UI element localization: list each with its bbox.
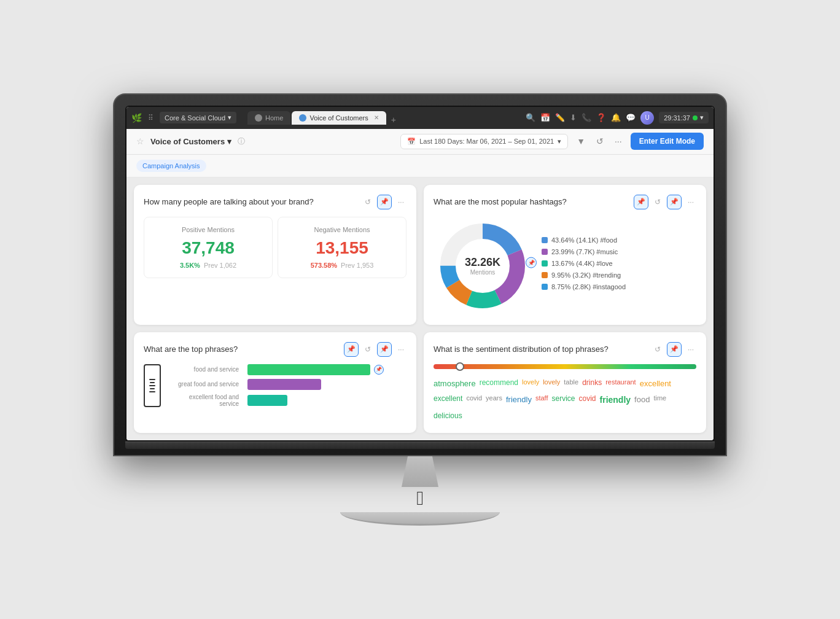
favorite-star-icon[interactable]: ☆ [136, 136, 144, 146]
widget-hashtags-actions: 📌 ↺ 📌 ··· [634, 195, 696, 209]
widget-phrases-more-button[interactable]: ··· [395, 344, 406, 355]
widget-hashtags-refresh-button[interactable]: ↺ [652, 197, 663, 208]
widget-hashtags-more-button[interactable]: ··· [685, 197, 696, 208]
edit-icon[interactable]: ✏️ [555, 113, 565, 122]
page-title-text: Voice of Customers [150, 137, 225, 146]
calendar-small-icon: 📅 [407, 138, 416, 146]
date-range-button[interactable]: 📅 Last 180 Days: Mar 06, 2021 – Sep 01, … [400, 134, 568, 149]
chat-icon[interactable]: 💬 [626, 113, 636, 122]
legend-dot-trending [542, 272, 548, 278]
bar-label-3: excellent food and service [168, 394, 239, 407]
legend-label-music: 23.99% (7.7K) #music [551, 248, 618, 255]
search-browser-icon[interactable]: 🔍 [526, 113, 535, 122]
tab-add-button[interactable]: + [387, 115, 400, 125]
sentiment-handle[interactable] [456, 362, 464, 371]
negative-value: 13,155 [288, 238, 396, 258]
app-name-label: Core & Social Cloud [165, 114, 225, 122]
widget-phrases-refresh-button[interactable]: ↺ [362, 344, 373, 355]
word-covid-1[interactable]: covid [466, 392, 482, 408]
info-icon[interactable]: ⓘ [238, 136, 245, 147]
download-icon[interactable]: ⬇ [570, 113, 577, 122]
word-excellent-1[interactable]: excellent [640, 376, 671, 391]
widget-sentiment-pin-button[interactable]: 📌 [667, 342, 682, 357]
campaign-analysis-tag[interactable]: Campaign Analysis [136, 160, 206, 172]
legend-item-instagood: 8.75% (2.8K) #instagood [542, 283, 696, 290]
filter-button[interactable]: ▼ [574, 134, 588, 149]
voc-tab-icon [299, 114, 306, 122]
tab-voc[interactable]: Voice of Customers ✕ [292, 111, 386, 125]
negative-pct: 573.58% [311, 262, 337, 269]
donut-container: 32.26K Mentions 📌 43.64% (14.1K) #food [434, 217, 696, 315]
browser-bar: 🌿 ⠿ Core & Social Cloud ▾ Home Voice of … [126, 107, 714, 129]
bar-pin-1[interactable]: 📌 [374, 365, 384, 375]
legend-dot-instagood [542, 284, 548, 290]
bar-row-3: excellent food and service [168, 394, 406, 407]
apple-logo:  [416, 487, 424, 510]
widget-pin-button[interactable]: 📌 [377, 195, 392, 209]
donut-center-label: Mentions [465, 269, 500, 276]
widget-hashtags-pin-button[interactable]: 📌 [634, 195, 648, 209]
word-delicious[interactable]: delicious [434, 410, 462, 423]
widget-hashtags-pin2-button[interactable]: 📌 [667, 195, 682, 209]
word-friendly-1[interactable]: friendly [506, 392, 532, 408]
word-lovely-2[interactable]: lovely [543, 376, 560, 391]
bar-row-2: great food and service [168, 379, 406, 390]
word-food[interactable]: food [634, 392, 650, 408]
bar-fill-2 [247, 379, 321, 390]
legend-dot-love [542, 260, 548, 267]
date-range-label: Last 180 Days: Mar 06, 2021 – Sep 01, 20… [419, 138, 554, 145]
word-restaurant[interactable]: restaurant [605, 376, 636, 391]
app-dropdown[interactable]: Core & Social Cloud ▾ [160, 112, 236, 123]
widget-hashtags: What are the most popular hashtags? 📌 ↺ … [424, 185, 706, 325]
screen: 🌿 ⠿ Core & Social Cloud ▾ Home Voice of … [125, 106, 715, 442]
word-excellent-2[interactable]: excellent [434, 392, 462, 408]
negative-mentions-card: Negative Mentions 13,155 573.58% Prev 1,… [278, 217, 406, 278]
widget-sentiment: What is the sentiment distribution of to… [424, 332, 706, 433]
donut-center-value: 32.26K [465, 256, 500, 269]
positive-value: 37,748 [154, 238, 262, 258]
legend-item-love: 13.67% (4.4K) #love [542, 260, 696, 267]
word-staff[interactable]: staff [535, 392, 548, 408]
negative-change: 573.58% Prev 1,953 [288, 262, 396, 269]
word-covid-2[interactable]: covid [579, 392, 596, 408]
word-recommend[interactable]: recommend [480, 376, 518, 391]
negative-prev: Prev 1,953 [341, 262, 373, 269]
word-lovely-1[interactable]: lovely [522, 376, 539, 391]
legend-label-love: 13.67% (4.4K) #love [551, 260, 613, 267]
page-title-chevron-icon: ▾ [227, 137, 231, 146]
widget-phrases-pin2-button[interactable]: 📌 [377, 342, 392, 357]
widget-sentiment-header: What is the sentiment distribution of to… [434, 342, 696, 357]
widget-sentiment-refresh-button[interactable]: ↺ [652, 344, 663, 355]
browser-tabs: Home Voice of Customers ✕ + [247, 111, 522, 125]
date-chevron-icon: ▾ [558, 138, 561, 146]
word-friendly-2[interactable]: friendly [600, 392, 631, 408]
donut-pin-icon: 📌 [526, 257, 537, 268]
word-drinks[interactable]: drinks [582, 376, 602, 391]
legend-item-trending: 9.95% (3.2K) #trending [542, 271, 696, 279]
widget-phrases-pin-button[interactable]: 📌 [344, 342, 359, 357]
help-icon[interactable]: ❓ [596, 113, 606, 122]
monitor-stand-neck [389, 456, 451, 487]
refresh-button[interactable]: ↺ [594, 134, 606, 149]
word-table[interactable]: table [564, 376, 578, 391]
more-options-button[interactable]: ··· [612, 134, 624, 149]
word-service[interactable]: service [551, 392, 575, 408]
bell-icon[interactable]: 🔔 [611, 113, 621, 122]
widget-more-button[interactable]: ··· [395, 197, 406, 208]
avatar[interactable]: U [640, 111, 654, 125]
word-time[interactable]: time [653, 392, 666, 408]
word-years[interactable]: years [486, 392, 502, 408]
phone-icon[interactable]: 📞 [581, 113, 591, 122]
edit-mode-button[interactable]: Enter Edit Mode [631, 133, 704, 150]
timer-value: 29:31:37 [664, 114, 690, 122]
tab-close-icon[interactable]: ✕ [374, 114, 379, 121]
word-atmosphere[interactable]: atmosphere [434, 376, 476, 391]
page-title-button[interactable]: Voice of Customers ▾ [150, 137, 231, 146]
calendar-icon[interactable]: 📅 [540, 113, 550, 122]
widget-sentiment-more-button[interactable]: ··· [685, 344, 696, 355]
chevron-timer-icon: ▾ [700, 114, 704, 122]
tab-home[interactable]: Home [247, 111, 290, 125]
widget-sentiment-actions: ↺ 📌 ··· [652, 342, 696, 357]
widget-refresh-button[interactable]: ↺ [362, 197, 373, 208]
dashboard: How many people are talking about your b… [126, 177, 714, 440]
